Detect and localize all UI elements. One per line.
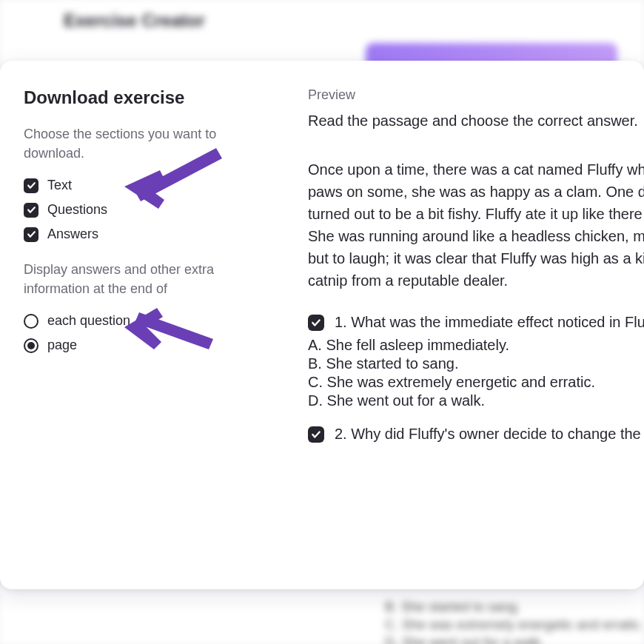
radio-each-question-label: each question (47, 313, 130, 329)
question-2-text: 2. Why did Fluffy's owner decide to chan… (335, 426, 641, 443)
preview-instruction: Read the passage and choose the correct … (308, 110, 644, 132)
choose-sections-label: Choose the sections you want to download… (24, 124, 231, 163)
radio-icon (24, 314, 38, 329)
preview-question-2: 2. Why did Fluffy's owner decide to chan… (308, 426, 644, 443)
checkbox-text[interactable]: Text (24, 173, 290, 198)
checkbox-icon (24, 203, 38, 218)
checkbox-questions[interactable]: Questions (24, 198, 290, 222)
radio-each-question[interactable]: each question (24, 309, 290, 333)
download-options-panel: Download exercise Choose the sections yo… (24, 87, 308, 563)
page-title: Exercise Creator (64, 10, 205, 31)
radio-page-label: page (47, 338, 77, 353)
download-exercise-modal: Download exercise Choose the sections yo… (0, 61, 644, 589)
checkbox-answers[interactable]: Answers (24, 222, 290, 246)
preview-panel: Preview Read the passage and choose the … (308, 87, 644, 563)
checkbox-icon (24, 227, 38, 242)
preview-question-1: 1. What was the immediate effect noticed… (308, 314, 644, 409)
question-1-answer-b: B. She started to sang. (308, 355, 644, 372)
preview-passage: Once upon a time, there was a cat named … (308, 158, 644, 292)
question-check-icon[interactable] (308, 426, 324, 443)
display-answers-label: Display answers and other extra informat… (24, 260, 231, 298)
checkbox-answers-label: Answers (47, 227, 98, 242)
radio-page[interactable]: page (24, 333, 290, 358)
checkbox-text-label: Text (47, 178, 72, 193)
question-1-text: 1. What was the immediate effect noticed… (335, 314, 644, 331)
question-1-answer-d: D. She went out for a walk. (308, 392, 644, 409)
modal-title: Download exercise (24, 87, 290, 108)
question-check-icon[interactable] (308, 315, 324, 331)
question-1-answer-a: A. She fell asleep immediately. (308, 337, 644, 354)
checkbox-icon (24, 178, 38, 193)
question-1-answer-c: C. She was extremely energetic and errat… (308, 374, 644, 391)
preview-heading: Preview (308, 87, 644, 103)
radio-icon (24, 338, 38, 353)
checkbox-questions-label: Questions (47, 202, 107, 218)
